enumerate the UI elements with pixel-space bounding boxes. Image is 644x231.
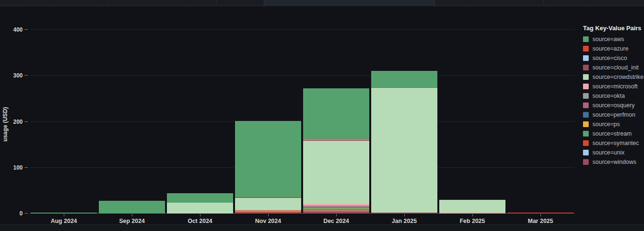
bar-sep-2024[interactable] (98, 200, 165, 213)
legend-label: source=cisco (592, 55, 627, 61)
x-tick-label-jan-2025: Jan 2025 (370, 218, 438, 224)
x-tick-mark (336, 214, 337, 216)
bar-segment-aws[interactable] (303, 88, 369, 139)
legend-label: source=crowdstrike (592, 74, 644, 80)
bar-segment-windows[interactable] (507, 213, 574, 214)
legend-item-unix[interactable]: source=unix (583, 148, 643, 157)
bar-segment-aws[interactable] (235, 121, 301, 197)
legend-label: source=microsoft (592, 83, 638, 90)
legend-swatch-icon (583, 36, 589, 42)
legend-label: source=unix (592, 149, 625, 156)
legend-swatch-icon (583, 159, 589, 165)
top-panel-divider (216, 0, 217, 6)
legend-label: source=cloud_init (592, 64, 639, 71)
plot-area: 0100200300400Aug 2024Sep 2024Oct 2024Nov… (30, 21, 574, 214)
legend-item-perfmon[interactable]: source=perfmon (583, 110, 643, 120)
bar-mar-2025[interactable] (507, 212, 574, 213)
y-tick-mark (25, 167, 28, 168)
legend-item-okta[interactable]: source=okta (583, 91, 643, 101)
bar-feb-2025[interactable] (439, 199, 506, 213)
legend-swatch-icon (583, 131, 589, 137)
legend-label: source=azure (592, 45, 628, 52)
bar-segment-crowdstrike[interactable] (303, 141, 369, 204)
x-tick-label-oct-2024: Oct 2024 (166, 218, 234, 224)
legend-label: source=ps (592, 121, 620, 128)
legend-item-azure[interactable]: source=azure (583, 44, 643, 53)
bar-oct-2024[interactable] (166, 193, 234, 213)
legend-swatch-icon (583, 150, 589, 155)
x-tick-mark (64, 214, 64, 216)
bar-segment-aws[interactable] (99, 201, 165, 214)
y-tick-mark (25, 121, 28, 122)
legend-items: source=awssource=azuresource=ciscosource… (583, 34, 643, 167)
y-tick-label-300: 300 (4, 72, 23, 79)
gridline-300 (30, 75, 574, 76)
legend-swatch-icon (583, 65, 589, 70)
gridline-100 (30, 167, 574, 168)
legend-label: source=symantec (592, 140, 639, 146)
legend-item-microsoft[interactable]: source=microsoft (583, 82, 643, 91)
x-tick-mark (268, 214, 269, 216)
bottom-panels-strip (0, 224, 644, 231)
bar-jan-2025[interactable] (371, 70, 438, 213)
legend-label: source=aws (592, 36, 624, 43)
legend-swatch-icon (583, 140, 589, 146)
legend-item-osquery[interactable]: source=osquery (583, 101, 643, 110)
legend-item-windows[interactable]: source=windows (583, 157, 643, 167)
bar-segment-windows[interactable] (371, 213, 437, 214)
top-panel-divider (107, 0, 108, 6)
legend-label: source=okta (592, 93, 625, 99)
y-tick-label-200: 200 (4, 119, 23, 125)
bar-segment-crowdstrike[interactable] (439, 200, 505, 213)
bar-dec-2024[interactable] (303, 88, 370, 213)
legend-swatch-icon (583, 74, 589, 80)
usage-chart-panel: usage (USD) 0100200300400Aug 2024Sep 202… (0, 7, 644, 224)
bar-segment-aws[interactable] (31, 213, 97, 214)
y-tick-label-100: 100 (4, 164, 23, 171)
x-tick-mark (132, 214, 132, 216)
x-tick-mark (404, 214, 405, 216)
legend-item-aws[interactable]: source=aws (583, 34, 643, 44)
bar-segment-aws[interactable] (167, 193, 233, 203)
legend-label: source=osquery (592, 102, 635, 109)
legend-item-crowdstrike[interactable]: source=crowdstrike (583, 72, 643, 82)
legend-item-ps[interactable]: source=ps (583, 120, 643, 129)
bar-segment-crowdstrike[interactable] (167, 203, 233, 214)
legend-swatch-icon (583, 46, 589, 51)
bar-segment-aws[interactable] (371, 71, 437, 87)
legend-item-symantec[interactable]: source=symantec (583, 138, 643, 148)
bar-nov-2024[interactable] (235, 120, 302, 213)
bar-aug-2024[interactable] (30, 212, 97, 213)
legend-label: source=perfmon (592, 111, 635, 118)
legend-swatch-icon (583, 112, 589, 118)
gridline-200 (30, 121, 574, 122)
legend-swatch-icon (583, 103, 589, 108)
x-tick-label-mar-2025: Mar 2025 (506, 218, 574, 224)
y-tick-label-400: 400 (4, 26, 23, 33)
legend-swatch-icon (583, 121, 589, 127)
y-tick-mark (25, 213, 28, 214)
bar-segment-crowdstrike[interactable] (235, 198, 301, 210)
legend-swatch-icon (583, 55, 589, 61)
x-tick-label-feb-2025: Feb 2025 (438, 218, 506, 224)
legend-swatch-icon (583, 84, 589, 89)
legend-swatch-icon (583, 93, 589, 99)
y-tick-mark (25, 29, 28, 30)
legend-item-cisco[interactable]: source=cisco (583, 53, 643, 63)
bar-segment-ps[interactable] (439, 213, 505, 214)
x-tick-mark (472, 214, 473, 216)
bar-segment-windows[interactable] (303, 211, 369, 214)
x-tick-label-dec-2024: Dec 2024 (302, 218, 370, 224)
legend-item-cloud_init[interactable]: source=cloud_init (583, 63, 643, 72)
legend: Tag Key-Value Pairs source=awssource=azu… (583, 25, 643, 167)
y-tick-mark (25, 75, 28, 76)
bar-segment-crowdstrike[interactable] (371, 88, 437, 213)
x-tick-label-aug-2024: Aug 2024 (30, 218, 98, 224)
y-tick-label-0: 0 (4, 210, 23, 217)
legend-label: source=stream (592, 130, 632, 137)
legend-item-stream[interactable]: source=stream (583, 129, 643, 138)
x-tick-mark (540, 214, 541, 216)
bar-segment-windows[interactable] (235, 213, 301, 214)
legend-title: Tag Key-Value Pairs (583, 25, 643, 32)
top-panel-divider (543, 0, 544, 6)
